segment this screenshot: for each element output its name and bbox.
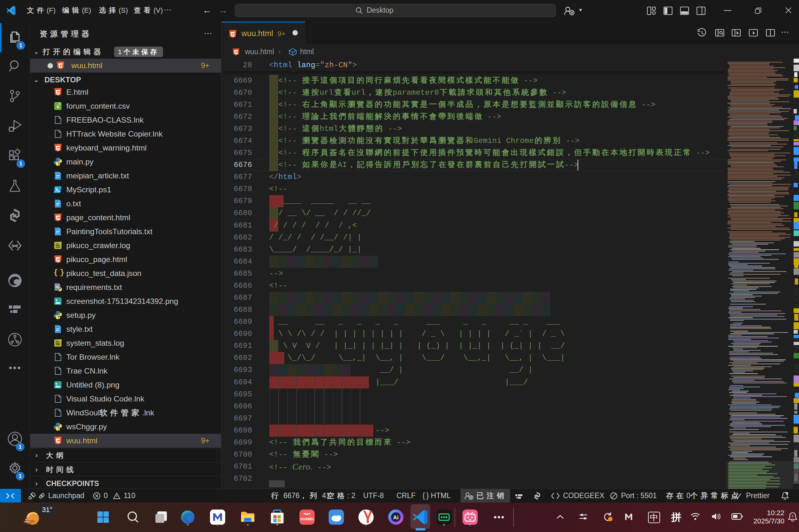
- svg-text:z: z: [792, 514, 794, 518]
- svg-text:x: x: [56, 103, 59, 109]
- svg-text:Ai: Ai: [393, 515, 399, 520]
- svg-text:HUAWEI: HUAWEI: [301, 517, 314, 521]
